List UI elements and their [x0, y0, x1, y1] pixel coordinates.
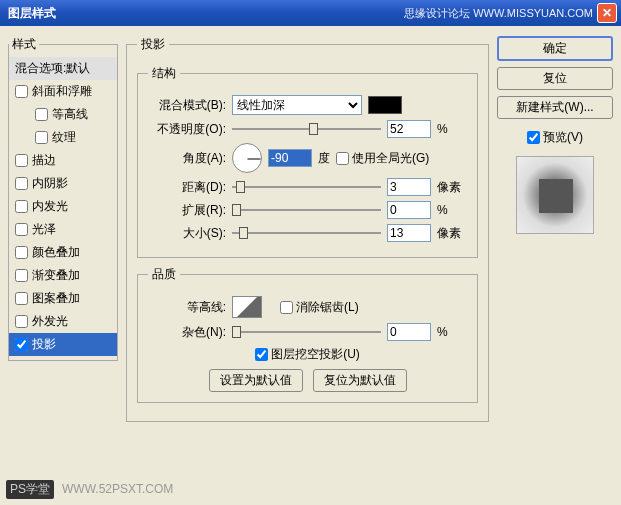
style-checkbox[interactable]	[15, 85, 28, 98]
new-style-button[interactable]: 新建样式(W)...	[497, 96, 613, 119]
ok-button[interactable]: 确定	[497, 36, 613, 61]
style-checkbox[interactable]	[15, 154, 28, 167]
style-item[interactable]: 投影	[9, 333, 117, 356]
distance-slider[interactable]	[232, 178, 381, 196]
preview-checkbox[interactable]: 预览(V)	[497, 129, 613, 146]
style-checkbox[interactable]	[15, 246, 28, 259]
effect-legend: 投影	[137, 36, 169, 53]
noise-input[interactable]	[387, 323, 431, 341]
style-label: 内阴影	[32, 175, 68, 192]
window-title: 图层样式	[4, 5, 404, 22]
opacity-slider[interactable]	[232, 120, 381, 138]
shadow-color-swatch[interactable]	[368, 96, 402, 114]
distance-input[interactable]	[387, 178, 431, 196]
quality-legend: 品质	[148, 266, 180, 283]
style-label: 光泽	[32, 221, 56, 238]
style-checkbox[interactable]	[15, 200, 28, 213]
cancel-button[interactable]: 复位	[497, 67, 613, 90]
opacity-label: 不透明度(O):	[148, 121, 226, 138]
style-item[interactable]: 光泽	[9, 218, 117, 241]
style-checkbox[interactable]	[35, 131, 48, 144]
make-default-button[interactable]: 设置为默认值	[209, 369, 303, 392]
style-label: 投影	[32, 336, 56, 353]
angle-dial[interactable]	[232, 143, 262, 173]
opacity-unit: %	[437, 122, 467, 136]
footer-watermark: PS学堂 WWW.52PSXT.COM	[0, 479, 621, 499]
distance-unit: 像素	[437, 179, 467, 196]
quality-group: 品质 等高线: 消除锯齿(L) 杂色(N): % 图层挖空投影(U)	[137, 266, 478, 403]
distance-label: 距离(D):	[148, 179, 226, 196]
style-label: 纹理	[52, 129, 76, 146]
spread-input[interactable]	[387, 201, 431, 219]
style-item[interactable]: 等高线	[9, 103, 117, 126]
style-checkbox[interactable]	[15, 269, 28, 282]
preview-thumbnail	[516, 156, 594, 234]
style-label: 等高线	[52, 106, 88, 123]
style-item[interactable]: 斜面和浮雕	[9, 80, 117, 103]
spread-label: 扩展(R):	[148, 202, 226, 219]
style-checkbox[interactable]	[15, 223, 28, 236]
style-item[interactable]: 纹理	[9, 126, 117, 149]
knockout-checkbox[interactable]: 图层挖空投影(U)	[255, 346, 360, 363]
structure-group: 结构 混合模式(B): 线性加深 不透明度(O): % 角度(A): 度	[137, 65, 478, 258]
size-input[interactable]	[387, 224, 431, 242]
style-label: 图案叠加	[32, 290, 80, 307]
style-item[interactable]: 内发光	[9, 195, 117, 218]
noise-label: 杂色(N):	[148, 324, 226, 341]
style-checkbox[interactable]	[15, 338, 28, 351]
style-label: 斜面和浮雕	[32, 83, 92, 100]
effect-panel: 投影 结构 混合模式(B): 线性加深 不透明度(O): % 角度(A):	[126, 36, 489, 422]
blend-mode-label: 混合模式(B):	[148, 97, 226, 114]
contour-picker[interactable]	[232, 296, 262, 318]
style-label: 渐变叠加	[32, 267, 80, 284]
style-label: 颜色叠加	[32, 244, 80, 261]
style-item[interactable]: 描边	[9, 149, 117, 172]
angle-input[interactable]	[268, 149, 312, 167]
blend-mode-select[interactable]: 线性加深	[232, 95, 362, 115]
style-item[interactable]: 内阴影	[9, 172, 117, 195]
angle-unit: 度	[318, 150, 330, 167]
structure-legend: 结构	[148, 65, 180, 82]
noise-slider[interactable]	[232, 323, 381, 341]
size-unit: 像素	[437, 225, 467, 242]
style-checkbox[interactable]	[15, 315, 28, 328]
spread-unit: %	[437, 203, 467, 217]
styles-sidebar: 样式 混合选项:默认斜面和浮雕等高线纹理描边内阴影内发光光泽颜色叠加渐变叠加图案…	[8, 36, 118, 473]
style-item[interactable]: 颜色叠加	[9, 241, 117, 264]
noise-unit: %	[437, 325, 467, 339]
blend-options-item[interactable]: 混合选项:默认	[9, 57, 117, 80]
contour-label: 等高线:	[148, 299, 226, 316]
style-item[interactable]: 图案叠加	[9, 287, 117, 310]
style-checkbox[interactable]	[15, 292, 28, 305]
size-label: 大小(S):	[148, 225, 226, 242]
style-label: 描边	[32, 152, 56, 169]
titlebar: 图层样式 思缘设计论坛 WWW.MISSYUAN.COM ✕	[0, 0, 621, 26]
close-button[interactable]: ✕	[597, 3, 617, 23]
global-light-checkbox[interactable]: 使用全局光(G)	[336, 150, 429, 167]
style-label: 外发光	[32, 313, 68, 330]
antialias-checkbox[interactable]: 消除锯齿(L)	[280, 299, 359, 316]
style-label: 内发光	[32, 198, 68, 215]
style-checkbox[interactable]	[15, 177, 28, 190]
spread-slider[interactable]	[232, 201, 381, 219]
opacity-input[interactable]	[387, 120, 431, 138]
angle-label: 角度(A):	[148, 150, 226, 167]
brand-text: 思缘设计论坛 WWW.MISSYUAN.COM	[404, 6, 593, 21]
style-checkbox[interactable]	[35, 108, 48, 121]
size-slider[interactable]	[232, 224, 381, 242]
reset-default-button[interactable]: 复位为默认值	[313, 369, 407, 392]
style-item[interactable]: 渐变叠加	[9, 264, 117, 287]
sidebar-legend: 样式	[9, 36, 39, 53]
style-item[interactable]: 外发光	[9, 310, 117, 333]
